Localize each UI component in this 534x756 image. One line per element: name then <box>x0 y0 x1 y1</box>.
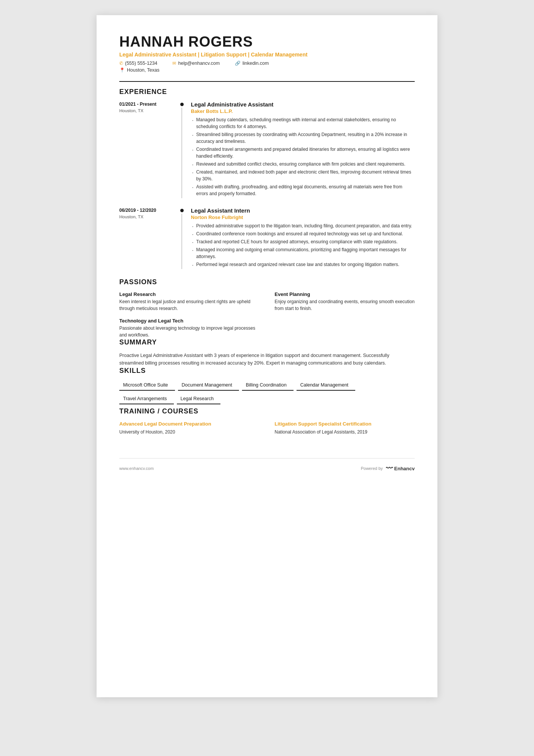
training-course-title-0: Advanced Legal Document Preparation <box>119 421 259 427</box>
exp-job-title-2: Legal Assistant Intern <box>191 207 415 214</box>
training-item-0: Advanced Legal Document Preparation Univ… <box>119 421 259 435</box>
exp-left-1: 01/2021 - Present Houston, TX <box>119 101 178 198</box>
linkedin-icon: 🔗 <box>235 61 240 66</box>
brand-name: Enhancv <box>394 466 415 471</box>
experience-item-1: 01/2021 - Present Houston, TX Legal Admi… <box>119 101 415 198</box>
exp-dot-1 <box>180 103 184 106</box>
exp-right-2: Legal Assistant Intern Norton Rose Fulbr… <box>186 207 415 269</box>
exp-date-2: 06/2019 - 12/2020 <box>119 207 174 214</box>
exp-timeline-2 <box>178 207 186 269</box>
phone-number: (555) 555-1234 <box>125 61 157 66</box>
passion-text-0: Keen interest in legal justice and ensur… <box>119 298 259 312</box>
skill-item-2: Billing Coordination <box>242 380 294 391</box>
linkedin-url: linkedin.com <box>242 61 269 66</box>
candidate-name: HANNAH ROGERS <box>119 34 415 50</box>
skills-grid: Microsoft Office Suite Document Manageme… <box>119 380 415 407</box>
footer: www.enhancv.com Powered by 〰 Enhancv <box>119 458 415 473</box>
bullet-item: Provided administrative support to the l… <box>191 222 415 229</box>
resume-document: HANNAH ROGERS Legal Administrative Assis… <box>97 15 437 697</box>
training-course-sub-0: University of Houston, 2020 <box>119 429 259 435</box>
email-address: help@enhancv.com <box>178 61 220 66</box>
experience-title: EXPERIENCE <box>119 88 415 96</box>
exp-company-2: Norton Rose Fulbright <box>191 214 415 220</box>
passions-title: PASSIONS <box>119 278 415 286</box>
training-grid: Advanced Legal Document Preparation Univ… <box>119 421 415 435</box>
summary-title: SUMMARY <box>119 338 415 346</box>
experience-section: EXPERIENCE 01/2021 - Present Houston, TX… <box>119 88 415 269</box>
skills-title: SKILLS <box>119 367 415 375</box>
passion-title-0: Legal Research <box>119 291 259 297</box>
bullet-item: Reviewed and submitted conflict checks, … <box>191 161 415 167</box>
location-icon: 📍 <box>119 67 125 73</box>
exp-timeline-1 <box>178 101 186 198</box>
linkedin-contact: 🔗 linkedin.com <box>235 61 269 66</box>
training-course-title-1: Litigation Support Specialist Certificat… <box>275 421 415 427</box>
bullet-item: Managed incoming and outgoing email comm… <box>191 246 415 260</box>
header-section: HANNAH ROGERS Legal Administrative Assis… <box>119 34 415 73</box>
phone-contact: ✆ (555) 555-1234 <box>119 61 157 66</box>
phone-icon: ✆ <box>119 61 123 66</box>
exp-line-1 <box>181 108 182 198</box>
passion-item-2: Technology and Legal Tech Passionate abo… <box>119 318 259 338</box>
exp-dot-2 <box>180 209 184 212</box>
candidate-tagline: Legal Administrative Assistant | Litigat… <box>119 52 415 58</box>
exp-location-1: Houston, TX <box>119 108 174 113</box>
passions-section: PASSIONS Legal Research Keen interest in… <box>119 278 415 338</box>
skills-section: SKILLS Microsoft Office Suite Document M… <box>119 367 415 407</box>
exp-line-2 <box>181 214 182 269</box>
skill-item-0: Microsoft Office Suite <box>119 380 175 391</box>
training-item-1: Litigation Support Specialist Certificat… <box>275 421 415 435</box>
bullet-item: Streamlined billing processes by coordin… <box>191 131 415 145</box>
email-icon: ✉ <box>172 61 176 66</box>
skill-item-4: Travel Arrangements <box>119 394 174 404</box>
passion-text-2: Passionate about leveraging technology t… <box>119 325 259 338</box>
location-text: Houston, Texas <box>127 67 159 73</box>
exp-job-title-1: Legal Administrative Assistant <box>191 101 415 108</box>
exp-date-1: 01/2021 - Present <box>119 101 174 108</box>
logo-wave-icon: 〰 <box>386 465 393 473</box>
exp-left-2: 06/2019 - 12/2020 Houston, TX <box>119 207 178 269</box>
exp-company-1: Baker Botts L.L.P. <box>191 108 415 114</box>
exp-right-1: Legal Administrative Assistant Baker Bot… <box>186 101 415 198</box>
contact-row: ✆ (555) 555-1234 ✉ help@enhancv.com 🔗 li… <box>119 61 415 66</box>
exp-bullets-2: Provided administrative support to the l… <box>191 222 415 268</box>
summary-section: SUMMARY Proactive Legal Administrative A… <box>119 338 415 367</box>
skill-item-1: Document Management <box>178 380 239 391</box>
bullet-item: Created, maintained, and indexed both pa… <box>191 169 415 182</box>
summary-text: Proactive Legal Administrative Assistant… <box>119 352 415 367</box>
training-section: TRAINING / COURSES Advanced Legal Docume… <box>119 407 415 435</box>
header-divider <box>119 81 415 82</box>
passion-title-1: Event Planning <box>275 291 415 297</box>
footer-website: www.enhancv.com <box>119 466 154 471</box>
skill-item-3: Calendar Management <box>297 380 355 391</box>
experience-item-2: 06/2019 - 12/2020 Houston, TX Legal Assi… <box>119 207 415 269</box>
passion-item-0: Legal Research Keen interest in legal ju… <box>119 291 259 312</box>
skill-item-5: Legal Research <box>177 394 221 404</box>
passions-grid: Legal Research Keen interest in legal ju… <box>119 291 415 338</box>
bullet-item: Managed busy calendars, scheduling meeti… <box>191 116 415 130</box>
training-title: TRAINING / COURSES <box>119 407 415 415</box>
bullet-item: Coordinated conference room bookings and… <box>191 230 415 237</box>
bullet-item: Performed legal research and organized r… <box>191 261 415 268</box>
passion-title-2: Technology and Legal Tech <box>119 318 259 324</box>
location-row: 📍 Houston, Texas <box>119 67 415 73</box>
bullet-item: Tracked and reported CLE hours for assig… <box>191 238 415 245</box>
enhancv-logo: 〰 Enhancv <box>386 465 415 473</box>
email-contact: ✉ help@enhancv.com <box>172 61 220 66</box>
passion-item-1: Event Planning Enjoy organizing and coor… <box>275 291 415 312</box>
bullet-item: Coordinated travel arrangements and prep… <box>191 146 415 160</box>
exp-bullets-1: Managed busy calendars, scheduling meeti… <box>191 116 415 197</box>
bullet-item: Assisted with drafting, proofreading, an… <box>191 183 415 197</box>
powered-by-text: Powered by <box>361 466 383 471</box>
training-course-sub-1: National Association of Legal Assistants… <box>275 429 415 435</box>
footer-right: Powered by 〰 Enhancv <box>361 465 415 473</box>
exp-location-2: Houston, TX <box>119 214 174 219</box>
passion-text-1: Enjoy organizing and coordinating events… <box>275 298 415 312</box>
